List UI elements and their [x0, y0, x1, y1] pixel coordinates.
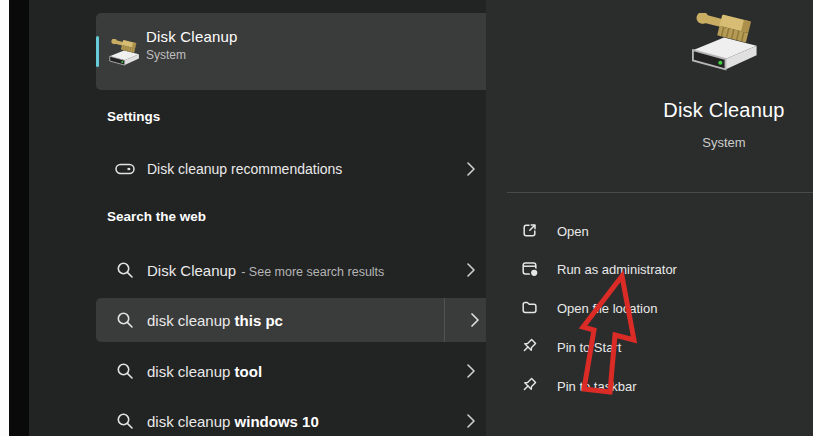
- section-header-settings: Settings: [107, 109, 160, 124]
- web-result-windows-10[interactable]: disk cleanup windows 10: [96, 401, 506, 436]
- search-icon: [115, 361, 135, 381]
- query-bold-text: tool: [235, 363, 263, 380]
- chevron-right-icon[interactable]: [464, 413, 478, 429]
- search-icon: [115, 310, 135, 330]
- action-run-as-administrator[interactable]: Run as administrator: [520, 256, 790, 281]
- run-as-admin-icon: [520, 260, 538, 278]
- action-open-file-location[interactable]: Open file location: [520, 295, 790, 320]
- web-result-this-pc[interactable]: disk cleanup this pc: [96, 298, 506, 342]
- best-match-result[interactable]: Disk Cleanup System: [96, 13, 506, 90]
- chevron-right-icon[interactable]: [464, 161, 478, 177]
- preview-title: Disk Cleanup: [486, 99, 813, 122]
- start-search-flyout: Disk Cleanup System Settings Disk cleanu…: [0, 0, 813, 436]
- query-bold-text: this pc: [235, 312, 283, 329]
- row-divider: [444, 298, 445, 342]
- result-label: Disk Cleanup- See more search results: [147, 262, 384, 279]
- chevron-right-icon[interactable]: [464, 262, 478, 278]
- chevron-right-icon[interactable]: [468, 312, 482, 328]
- web-result-tool[interactable]: disk cleanup tool: [96, 351, 506, 391]
- result-label: disk cleanup tool: [147, 363, 262, 380]
- action-open[interactable]: Open: [520, 218, 790, 243]
- action-pin-to-taskbar[interactable]: Pin to taskbar: [520, 373, 790, 398]
- query-bold-text: windows 10: [235, 413, 319, 430]
- query-text: disk cleanup: [147, 312, 235, 329]
- query-text: Disk Cleanup: [147, 262, 236, 279]
- action-pin-to-start[interactable]: Pin to Start: [520, 334, 790, 359]
- query-text: disk cleanup: [147, 363, 235, 380]
- pin-icon: [520, 338, 538, 356]
- folder-icon: [520, 299, 538, 317]
- desktop-background: [9, 0, 29, 436]
- section-header-search-the-web: Search the web: [107, 209, 206, 224]
- result-label: Disk cleanup recommendations: [147, 161, 342, 177]
- chevron-right-icon[interactable]: [464, 363, 478, 379]
- best-match-text: Disk Cleanup System: [146, 28, 238, 62]
- pin-icon: [520, 377, 538, 395]
- web-result-see-more[interactable]: Disk Cleanup- See more search results: [96, 250, 506, 290]
- desktop-edge: [0, 0, 9, 436]
- result-disk-cleanup-recommendations[interactable]: Disk cleanup recommendations: [96, 149, 506, 189]
- preview-subtitle: System: [486, 135, 813, 150]
- disk-cleanup-icon-large: [687, 13, 761, 71]
- query-text: disk cleanup: [147, 413, 235, 430]
- see-more-suffix: - See more search results: [241, 265, 384, 279]
- search-results-panel: Disk Cleanup System Settings Disk cleanu…: [29, 0, 486, 436]
- result-label: disk cleanup windows 10: [147, 413, 319, 430]
- action-label: Open: [557, 223, 589, 238]
- search-icon: [115, 411, 135, 431]
- result-label: disk cleanup this pc: [147, 312, 283, 329]
- search-icon: [115, 260, 135, 280]
- best-match-title: Disk Cleanup: [146, 28, 238, 45]
- selection-accent-bar: [96, 36, 99, 67]
- disk-cleanup-icon: [107, 39, 141, 66]
- storage-drive-icon: [115, 159, 135, 179]
- open-external-icon: [520, 222, 538, 240]
- preview-divider: [507, 192, 813, 193]
- annotation-arrow-run-as-admin: [575, 270, 645, 400]
- best-match-subtitle: System: [146, 48, 238, 62]
